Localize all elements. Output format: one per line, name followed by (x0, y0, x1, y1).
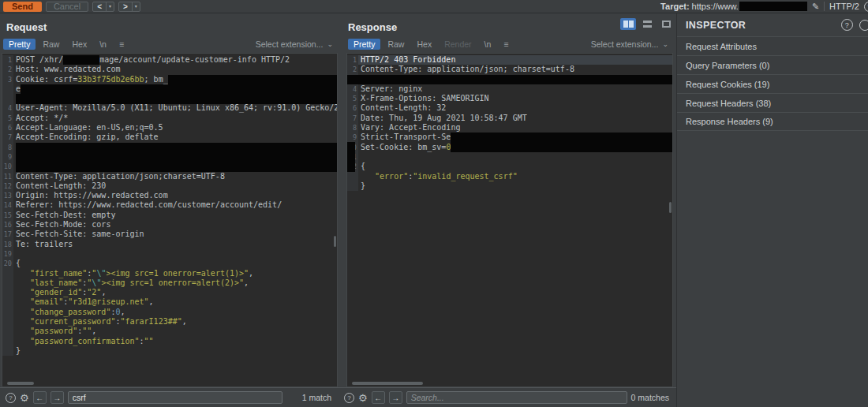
forward-dropdown-caret-icon[interactable]: ▾ (132, 2, 140, 11)
response-editor[interactable]: 1HTTP/2 403 Forbidden2Content-Type: appl… (346, 53, 673, 387)
code-line: 9Strict-Transport-Se (347, 133, 672, 142)
inspector-title: INSPECTOR (686, 20, 746, 31)
code-line: } (2, 346, 337, 356)
line-number (347, 181, 358, 191)
request-search-gear-icon[interactable]: ⚙ (20, 393, 29, 403)
line-number: 7 (347, 114, 358, 123)
request-search-input[interactable] (68, 391, 282, 404)
response-vertical-scrollbar[interactable] (669, 202, 672, 213)
inspector-collapse-icon[interactable] (859, 20, 868, 31)
response-tab-pretty[interactable]: Pretty (348, 39, 380, 50)
code-line: 3 (347, 75, 672, 84)
request-tab-pretty[interactable]: Pretty (3, 39, 36, 50)
inspector-item[interactable]: Request Headers (38) (677, 93, 868, 112)
response-select-extension-dropdown[interactable]: Select extension... ⌄ (591, 39, 673, 49)
inspector-item[interactable]: Response Headers (9) (677, 112, 868, 131)
layout-columns-button[interactable] (620, 18, 636, 30)
redaction-box (347, 75, 673, 84)
line-number: 4 (347, 84, 358, 94)
chevron-down-icon: ⌄ (327, 40, 333, 48)
line-number: 14 (2, 200, 13, 210)
request-vertical-scrollbar[interactable] (334, 236, 336, 247)
line-number: 2 (2, 65, 13, 74)
code-line: 6Content-Length: 32 (347, 103, 672, 113)
request-tab-newline-toggle[interactable]: \n (94, 39, 112, 50)
response-search-input[interactable] (406, 391, 627, 404)
request-search-bar: ? ⚙ ← → 1 match (0, 387, 339, 407)
layout-single-button[interactable] (658, 18, 674, 30)
line-number: 6 (2, 123, 13, 133)
protocol-help-icon[interactable]: ? (864, 2, 868, 12)
redaction-box (739, 2, 807, 11)
code-line: 1POST /xhr/mage/account/update-customer-… (2, 55, 337, 65)
cancel-button[interactable]: Cancel (46, 2, 88, 12)
forward-icon[interactable]: > (119, 2, 132, 11)
request-editor-lines: 1POST /xhr/mage/account/update-customer-… (2, 54, 337, 356)
inspector-item[interactable]: Request Attributes (677, 36, 868, 55)
target-label: Target: (660, 2, 689, 11)
response-horizontal-scrollbar[interactable] (352, 382, 423, 385)
line-number: 12 (2, 181, 13, 191)
inspector-item-label: Request Attributes (686, 42, 757, 51)
response-menu-icon[interactable]: ≡ (498, 39, 514, 50)
inspector-item[interactable]: Request Cookies (19) (677, 74, 868, 93)
request-tabs: Pretty Raw Hex \n ≡ Select extension... … (3, 37, 338, 50)
code-line: 5X-Frame-Options: SAMEORIGIN (347, 94, 672, 103)
code-line: 7Date: Thu, 19 Aug 2021 10:58:47 GMT (347, 114, 672, 123)
line-number: 3 (2, 75, 13, 84)
inspector-panel: INSPECTOR ? Request AttributesQuery Para… (676, 13, 868, 407)
history-back-button[interactable]: < ▾ (92, 2, 114, 12)
code-line: 8Vary: Accept-Encoding (347, 123, 672, 133)
code-line: 13Origin: https://www.redacted.com (2, 191, 337, 200)
send-button[interactable]: Send (3, 2, 42, 12)
line-number (2, 84, 13, 94)
request-search-prev-button[interactable]: ← (33, 391, 47, 404)
code-line: 10 (2, 162, 337, 171)
layout-rows-button[interactable] (639, 18, 655, 30)
response-search-next-button[interactable]: → (389, 391, 402, 404)
request-panel-title: Request (6, 21, 47, 33)
request-search-next-button[interactable]: → (51, 391, 64, 404)
code-line: 4Server: nginx (347, 84, 672, 94)
code-line: 16Sec-Fetch-Mode: cors (2, 220, 337, 230)
line-number: 17 (2, 230, 13, 239)
response-tab-hex[interactable]: Hex (411, 39, 437, 50)
code-line: "change_password":0, (2, 308, 337, 317)
response-tab-newline-toggle[interactable]: \n (479, 39, 497, 50)
response-search-help-icon[interactable]: ? (344, 393, 354, 403)
request-select-extension-dropdown[interactable]: Select extension... ⌄ (256, 39, 338, 49)
edit-target-pencil-icon[interactable]: ✎ (812, 2, 819, 12)
code-line: 5Accept: */* (2, 114, 337, 123)
line-number: 19 (2, 249, 13, 259)
request-horizontal-scrollbar[interactable] (7, 382, 34, 385)
line-number: 10 (2, 162, 13, 171)
request-search-help-icon[interactable]: ? (6, 393, 16, 403)
code-line: 20{ (2, 259, 337, 268)
code-line: 10Set-Cookie: bm_sv=0 (347, 143, 672, 152)
inspector-item-label: Response Headers (9) (686, 117, 773, 126)
back-icon[interactable]: < (93, 2, 106, 11)
request-menu-icon[interactable]: ≡ (114, 39, 129, 50)
code-line: "gender_id":"2", (2, 288, 337, 297)
response-tab-raw[interactable]: Raw (382, 39, 410, 50)
request-tab-hex[interactable]: Hex (66, 39, 92, 50)
inspector-item-label: Request Cookies (19) (686, 80, 769, 89)
redaction-box (63, 55, 99, 65)
line-number (2, 278, 13, 288)
line-number: 20 (2, 259, 13, 268)
request-tab-raw[interactable]: Raw (37, 39, 65, 50)
code-line (2, 94, 337, 103)
redaction-box (21, 84, 338, 94)
response-search-gear-icon[interactable]: ⚙ (358, 393, 368, 403)
inspector-item[interactable]: Query Parameters (0) (677, 55, 868, 74)
redaction-box (168, 75, 338, 84)
request-editor[interactable]: 1POST /xhr/mage/account/update-customer-… (2, 53, 338, 387)
line-number: 5 (2, 114, 13, 123)
code-line: "error":"invalid_request_csrf" (347, 172, 672, 181)
history-forward-button[interactable]: > ▾ (118, 2, 140, 12)
inspector-help-icon[interactable]: ? (841, 19, 853, 31)
back-dropdown-caret-icon[interactable]: ▾ (106, 2, 114, 11)
line-number: 5 (347, 94, 358, 103)
line-number: 1 (347, 55, 358, 65)
response-search-prev-button[interactable]: ← (372, 391, 385, 404)
